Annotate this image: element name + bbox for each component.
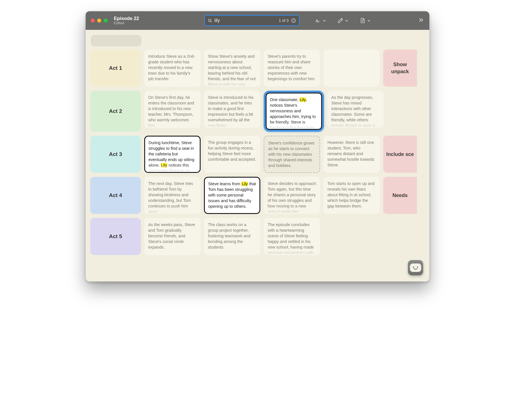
act-label: Act 2 [109, 108, 122, 114]
note-card[interactable]: Needs [383, 177, 417, 214]
act-row: Act 3 During lunchtime, Steve struggles … [90, 136, 429, 173]
window-controls [91, 19, 108, 23]
story-card-text: On Steve's first day, he enters the clas… [148, 95, 194, 128]
story-card[interactable]: The group engages in a fun activity duri… [204, 136, 260, 173]
story-board: Act 1 Introduce Steve as a 2nd-grade stu… [86, 30, 429, 255]
story-card[interactable]: Tom starts to open up and reveals his ow… [323, 177, 380, 214]
story-card[interactable]: As the weeks pass, Steve and Tom gradual… [144, 218, 201, 255]
minimize-window-button[interactable] [97, 19, 101, 23]
highlighter-icon [337, 17, 343, 24]
act-row: Act 2 On Steve's first day, he enters th… [90, 91, 429, 132]
story-card-text: Steve's confidence grows as he starts to… [268, 141, 314, 168]
story-card-text: The episode concludes with a heartwarmin… [268, 222, 314, 255]
svg-point-9 [417, 267, 418, 268]
highlighter-button[interactable] [337, 17, 348, 24]
document-menu-button[interactable] [359, 17, 370, 24]
note-card-text: Show unpack [385, 61, 415, 75]
story-card-text: During lunchtime, Steve struggles to fin… [148, 140, 194, 173]
text-style-icon: Aa [315, 17, 321, 24]
story-card-search-match[interactable]: During lunchtime, Steve struggles to fin… [144, 136, 201, 173]
svg-point-8 [413, 267, 414, 268]
story-card[interactable]: As the day progresses, Steve has mixed i… [327, 91, 384, 128]
close-window-button[interactable] [91, 19, 95, 23]
story-card-text: Introduce Steve as a 2nd-grade student w… [148, 54, 195, 81]
act-label: Act 5 [109, 233, 122, 240]
clear-search-button[interactable] [291, 18, 296, 23]
story-card-text: Steve's parents try to reassure him and … [268, 54, 316, 81]
story-card[interactable] [323, 50, 380, 87]
search-highlight: Lily [299, 97, 306, 102]
story-card[interactable]: However, there is still one student, Tom… [323, 136, 380, 173]
close-icon [292, 19, 295, 22]
svg-text:a: a [318, 19, 319, 23]
story-card-text: The class works on a group project toget… [208, 222, 250, 249]
story-card[interactable]: Show Steve's anxiety and nervousness abo… [204, 50, 260, 87]
document-title: Episode 22 [114, 16, 156, 21]
search-highlight: Lily [161, 163, 168, 167]
collapsed-header-card[interactable] [91, 35, 141, 46]
story-card-text: The next day, Steve tries to befriend To… [148, 181, 193, 214]
zoom-window-button[interactable] [104, 19, 108, 23]
svg-line-1 [210, 21, 211, 22]
assistant-button[interactable] [408, 260, 423, 275]
story-card-text: One classmate, Lily, notices Steve's ner… [270, 97, 316, 130]
story-card-placeholder[interactable]: Steve's confidence grows as he starts to… [264, 136, 320, 173]
board-scroll-area[interactable]: Act 1 Introduce Steve as a 2nd-grade stu… [86, 30, 429, 282]
act-header-card[interactable]: Act 5 [90, 218, 141, 255]
text-style-button[interactable]: Aa [315, 17, 326, 24]
toolbar-overflow-button[interactable] [418, 17, 424, 24]
story-card-text: Steve decides to approach Tom again, but… [268, 181, 316, 214]
svg-point-0 [208, 19, 211, 21]
act-label: Act 1 [109, 65, 122, 71]
chevron-down-icon [345, 19, 348, 22]
story-card[interactable]: Introduce Steve as a 2nd-grade student w… [144, 50, 201, 87]
story-card-search-match[interactable]: Steve learns from Lily that Tom has been… [204, 177, 260, 214]
titlebar: Episode 22 Edited 1 of 3 Aa [86, 11, 429, 30]
chevron-down-icon [367, 19, 370, 22]
document-title-block: Episode 22 Edited [114, 16, 156, 25]
toolbar-group: Aa [315, 17, 370, 24]
act-header-card[interactable]: Act 1 [90, 50, 141, 87]
note-card-text: Include sce [386, 151, 414, 158]
act-row: Act 4 The next day, Steve tries to befri… [90, 177, 429, 214]
document-icon [359, 17, 366, 24]
note-card-text: Needs [392, 192, 408, 199]
story-card-text: Steve learns from Lily that Tom has been… [208, 182, 256, 209]
search-input[interactable] [215, 18, 277, 23]
act-row: Act 1 Introduce Steve as a 2nd-grade stu… [90, 50, 429, 87]
act-header-card[interactable]: Act 2 [90, 91, 141, 132]
search-highlight: Lily [241, 182, 248, 186]
search-icon [208, 18, 212, 23]
document-subtitle: Edited [114, 21, 156, 25]
story-card-text: The group engages in a fun activity duri… [208, 140, 256, 162]
story-card-text: Show Steve's anxiety and nervousness abo… [208, 54, 256, 87]
act-header-card[interactable]: Act 4 [90, 177, 141, 214]
story-card[interactable]: On Steve's first day, he enters the clas… [144, 91, 201, 128]
story-card[interactable]: Steve is introduced to his classmates, a… [204, 91, 260, 128]
act-label: Act 3 [109, 151, 122, 157]
story-card-text: As the day progresses, Steve has mixed i… [331, 95, 375, 128]
story-card[interactable]: The next day, Steve tries to befriend To… [144, 177, 201, 214]
act-label: Act 4 [109, 192, 122, 198]
story-card[interactable]: The episode concludes with a heartwarmin… [264, 218, 320, 255]
app-window: Episode 22 Edited 1 of 3 Aa [86, 11, 429, 282]
chevron-double-right-icon [418, 17, 424, 23]
search-field[interactable]: 1 of 3 [204, 15, 300, 26]
note-card[interactable]: Show unpack [383, 50, 417, 87]
story-card[interactable]: The class works on a group project toget… [204, 218, 260, 255]
selected-story-card[interactable]: One classmate, Lily, notices Steve's ner… [264, 91, 324, 132]
story-card-text: Tom starts to open up and reveals his ow… [327, 181, 375, 208]
story-card-text: However, there is still one student, Tom… [327, 140, 374, 167]
story-card[interactable]: Steve's parents try to reassure him and … [264, 50, 320, 87]
chevron-down-icon [323, 19, 326, 22]
note-card[interactable]: Include sce [383, 136, 417, 173]
story-card-text: Steve is introduced to his classmates, a… [208, 95, 254, 128]
story-card[interactable]: Steve decides to approach Tom again, but… [264, 177, 320, 214]
assistant-face-icon [410, 263, 421, 272]
story-card-text: As the weeks pass, Steve and Tom gradual… [148, 222, 195, 249]
search-result-count: 1 of 3 [279, 18, 288, 23]
act-row: Act 5 As the weeks pass, Steve and Tom g… [90, 218, 429, 255]
act-header-card[interactable]: Act 3 [90, 136, 141, 173]
